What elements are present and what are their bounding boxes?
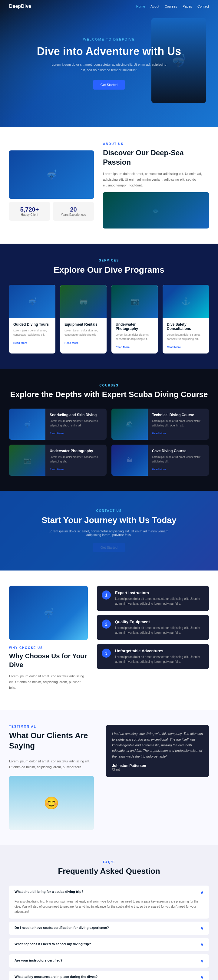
faq-question-2[interactable]: What happens if I need to cancel my divi…	[9, 938, 209, 951]
stat-num-clients: 5,720+	[13, 206, 46, 213]
stat-num-years: 20	[57, 206, 90, 213]
faq-item-2: What happens if I need to cancel my divi…	[9, 938, 209, 951]
course-title-2: Underwater Photography	[50, 449, 102, 453]
course-link-1[interactable]: Read More	[152, 432, 166, 435]
contact-banner-section: CONTACT US Start Your Journey with Us To…	[0, 491, 218, 571]
stat-label-years: Years Experiences	[57, 213, 90, 216]
navbar: DeepDive Home About Courses Pages Contac…	[0, 0, 218, 13]
course-desc-2: Lorem ipsum dolor sit amet, consectetur …	[50, 455, 102, 464]
faq-chevron-2: ∨	[200, 942, 204, 947]
course-image-0: 🤿	[9, 409, 45, 440]
about-title: Discover Our Deep-Sea Passion	[103, 148, 209, 167]
service-image-0: 🤿	[9, 285, 56, 318]
why-description: Lorem ipsum dolor sit amet, consectetur …	[9, 673, 88, 690]
contact-banner-description: Lorem ipsum dolor sit amet, consectetur …	[48, 529, 170, 537]
service-card-0: 🤿 Guided Diving Tours Lorem ipsum dolor …	[9, 285, 56, 353]
service-link-3[interactable]: Read More	[167, 346, 181, 348]
why-num-1: 2	[102, 619, 111, 628]
service-title-2: Underwater Photography	[116, 322, 153, 331]
course-link-3[interactable]: Read More	[152, 468, 166, 471]
faq-item-0: What should I bring for a scuba diving t…	[9, 886, 209, 919]
course-title-0: Snorkeling and Skin Diving	[50, 413, 102, 417]
courses-grid: 🤿 Snorkeling and Skin Diving Lorem ipsum…	[9, 409, 209, 476]
why-group-image: 🤿	[9, 585, 88, 640]
nav-courses[interactable]: Courses	[165, 5, 177, 8]
about-stats: 5,720+ Happy Client 20 Years Experiences	[9, 202, 94, 221]
logo-part2: Dive	[21, 4, 31, 9]
service-image-1: 🥽	[60, 285, 107, 318]
testimonial-text: I had an amazing time diving with this c…	[112, 731, 203, 759]
about-description: Lorem ipsum dolor sit amet, consectetur …	[103, 171, 209, 188]
stat-happy-client: 5,720+ Happy Client	[9, 202, 50, 221]
why-card-title-0: Expert Instructors	[115, 590, 204, 595]
services-header: SERVICES Explore Our Dive Programs	[9, 259, 209, 275]
stat-label-clients: Happy Client	[13, 213, 46, 216]
about-content: ABOUT US Discover Our Deep-Sea Passion L…	[103, 142, 209, 229]
course-link-2[interactable]: Read More	[50, 468, 64, 471]
hero-welcome-tag: WELCOME TO DEEPDIVE	[37, 38, 181, 41]
services-section: SERVICES Explore Our Dive Programs 🤿 Gui…	[0, 243, 218, 368]
faq-answer-0: For a scuba diving trip, bring your swim…	[9, 899, 209, 919]
testimonial-author: Johnston Patterson	[112, 764, 203, 768]
contact-banner-title: Start Your Journey with Us Today	[9, 515, 209, 525]
course-card-0: 🤿 Snorkeling and Skin Diving Lorem ipsum…	[9, 409, 107, 440]
about-main-image: 🤿	[9, 150, 94, 199]
testimonial-role: Client	[112, 768, 203, 771]
faq-chevron-1: ∨	[200, 926, 204, 931]
course-image-1: 🌊	[111, 409, 148, 440]
course-link-0[interactable]: Read More	[50, 432, 64, 435]
nav-home[interactable]: Home	[136, 5, 145, 8]
nav-pages[interactable]: Pages	[183, 5, 192, 8]
nav-about[interactable]: About	[151, 5, 159, 8]
course-desc-0: Lorem ipsum dolor sit amet, consectetur …	[50, 419, 102, 428]
service-desc-1: Lorem ipsum dolor sit amet, consectetur …	[65, 328, 102, 337]
services-tag: SERVICES	[9, 259, 209, 262]
faq-section: FAQ'S Frequently Asked Question What sho…	[0, 845, 218, 980]
service-desc-2: Lorem ipsum dolor sit amet, consectetur …	[116, 332, 153, 341]
service-title-0: Guided Diving Tours	[13, 322, 51, 326]
faq-question-3[interactable]: Are your instructors certified? ∨	[9, 954, 209, 967]
service-link-0[interactable]: Read More	[13, 341, 27, 344]
service-link-2[interactable]: Read More	[116, 346, 130, 348]
nav-logo[interactable]: DeepDive	[9, 4, 31, 9]
hero-title: Dive into Adventure with Us	[37, 45, 181, 58]
service-desc-3: Lorem ipsum dolor sit amet, consectetur …	[167, 332, 205, 341]
service-image-3: ⚓	[162, 285, 209, 318]
courses-header: COURSES Explore the Depths with Expert S…	[9, 384, 209, 400]
course-card-2: 📷 Underwater Photography Lorem ipsum dol…	[9, 445, 107, 476]
service-card-1: 🥽 Equipment Rentals Lorem ipsum dolor si…	[60, 285, 107, 353]
why-num-2: 3	[102, 649, 111, 658]
course-card-3: 🏔 Cave Diving Course Lorem ipsum dolor s…	[111, 445, 209, 476]
testimonial-image: 😊	[9, 776, 94, 830]
course-title-3: Cave Diving Course	[152, 449, 205, 453]
service-title-1: Equipment Rentals	[65, 322, 102, 326]
service-link-1[interactable]: Read More	[65, 341, 78, 344]
nav-contact[interactable]: Contact	[197, 5, 209, 8]
faq-question-1[interactable]: Do I need to have scuba certification fo…	[9, 921, 209, 935]
faq-question-0[interactable]: What should I bring for a scuba diving t…	[9, 886, 209, 899]
why-section: 🤿 WHY CHOOSE US Why Choose Us for Your D…	[0, 571, 218, 710]
faq-title: Frequently Asked Question	[9, 866, 209, 877]
testimonial-card: I had an amazing time diving with this c…	[106, 725, 209, 777]
course-card-1: 🌊 Technical Diving Course Lorem ipsum do…	[111, 409, 209, 440]
why-num-0: 1	[102, 590, 111, 600]
testimonial-tag: TESTIMONIAL	[9, 725, 94, 728]
why-card-1: 2 Quality Equipment Lorem ipsum dolor si…	[97, 615, 209, 640]
hero-content: WELCOME TO DEEPDIVE Dive into Adventure …	[13, 38, 205, 89]
why-left-column: 🤿 WHY CHOOSE US Why Choose Us for Your D…	[9, 585, 88, 695]
why-card-desc-2: Lorem ipsum dolor sit amet, consectetur …	[115, 655, 204, 664]
faq-chevron-4: ∨	[200, 975, 204, 980]
faq-chevron-3: ∨	[200, 959, 204, 963]
hero-cta-button[interactable]: Get Started	[93, 80, 125, 89]
why-tag: WHY CHOOSE US	[9, 646, 88, 649]
service-image-2: 📷	[111, 285, 158, 318]
testimonial-description: Lorem ipsum dolor sit amet, consectetur …	[9, 759, 94, 770]
about-images-column: 🤿 5,720+ Happy Client 20 Years Experienc…	[9, 150, 94, 221]
faq-question-4[interactable]: What safety measures are in place during…	[9, 970, 209, 980]
service-desc-0: Lorem ipsum dolor sit amet, consectetur …	[13, 328, 51, 337]
faq-item-3: Are your instructors certified? ∨ Yes, a…	[9, 954, 209, 967]
faq-item-4: What safety measures are in place during…	[9, 970, 209, 980]
faq-chevron-0: ∧	[200, 890, 204, 895]
why-title: Why Choose Us for Your Dive	[9, 652, 88, 669]
testimonial-left: TESTIMONIAL What Our Clients Are Saying …	[9, 725, 94, 830]
